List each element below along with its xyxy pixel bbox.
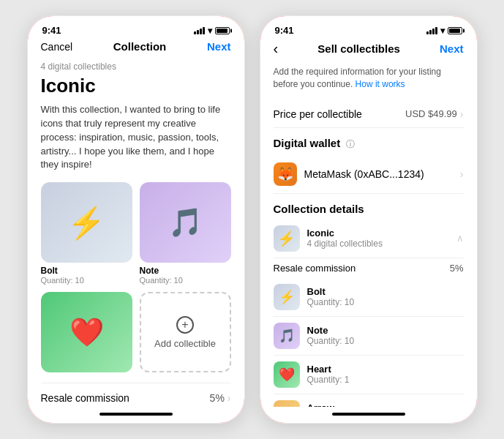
bolt-name: Bolt [41,266,132,276]
signal-icon-right [426,27,437,34]
status-bar-right: 9:41 ▾ [262,18,475,39]
item-icon: ➤ [274,400,300,407]
wifi-icon: ▾ [208,26,212,36]
resale-label: Resale commission [41,392,129,404]
item-name: Heart [307,364,464,375]
next-button-left[interactable]: Next [207,40,231,53]
list-item: ⚡ Bolt Quantity: 10 [274,278,464,317]
next-button-right[interactable]: Next [440,42,464,55]
price-label: Price per collectible [274,108,362,120]
collection-qty: 4 digital collectibles [307,239,449,249]
item-info: Note Quantity: 10 [307,325,464,346]
bolt-qty: Quantity: 10 [41,276,132,285]
list-item: 🎵 Note Quantity: 10 [140,182,231,285]
add-collectible-button[interactable]: + Add collectible [140,292,231,372]
status-bar-left: 9:41 ▾ [29,18,243,39]
collectibles-grid: ⚡ Bolt Quantity: 10 🎵 Note Quantity: 10 [41,182,231,372]
wifi-icon-right: ▾ [440,26,445,36]
list-item: ⚡ Bolt Quantity: 10 [41,182,132,285]
cancel-button[interactable]: Cancel [41,41,73,53]
resale-commission-label: Resale commission [274,263,356,274]
resale-commission-row: Resale commission 5% [274,258,464,278]
nav-bar-left: Cancel Collection Next [29,39,243,59]
bolt-image: ⚡ [41,182,132,263]
item-icon: ❤️ [274,361,300,388]
time-left: 9:41 [42,25,61,36]
heart-image: ❤️ [41,292,132,372]
item-icon: 🎵 [274,323,300,349]
item-name: Note [307,325,464,336]
price-value: USD $49.99 › [405,108,464,120]
content-right: Add the required information for your li… [262,63,475,407]
right-phone: 9:41 ▾ ‹ Sell collectible [259,15,478,424]
item-qty: Quantity: 10 [307,297,464,307]
collection-name: Iconic [307,228,449,239]
signal-icon [194,27,205,34]
metamask-icon: 🦊 [274,162,297,186]
note-qty: Quantity: 10 [140,276,231,285]
collectible-heart[interactable]: ❤️ [41,292,132,372]
description-text: With this collection, I wanted to bring … [41,103,231,172]
note-name: Note [140,266,231,276]
collection-icon: ⚡ [274,225,300,252]
battery-icon [215,27,230,34]
time-right: 9:41 [275,25,294,36]
how-it-works-link[interactable]: How it works [356,79,405,89]
price-row[interactable]: Price per collectible USD $49.99 › [274,101,464,128]
subtitle-left: 4 digital collectibles [41,61,231,72]
status-icons-left: ▾ [194,26,230,36]
collectible-note[interactable]: 🎵 [140,182,231,263]
add-icon: + [176,316,194,334]
back-button[interactable]: ‹ [274,40,279,57]
content-left: 4 digital collectibles Iconic With this … [29,59,243,407]
list-item: 🎵 Note Quantity: 10 [274,317,464,356]
item-info: Bolt Quantity: 10 [307,286,464,307]
left-phone: 9:41 ▾ Cancel Collection [26,15,246,424]
list-item: ➤ Arrow Quantity: 10 [274,394,464,407]
page-title-left: Collection [113,40,167,53]
chevron-price-icon: › [460,108,464,120]
items-list: ⚡ Bolt Quantity: 10 🎵 Note Quantity: 10 … [274,278,464,407]
resale-commission-value: 5% [450,263,464,274]
home-indicator-left [29,407,243,421]
home-bar-right [332,413,405,416]
item-qty: Quantity: 10 [307,336,464,346]
collectible-bolt[interactable]: ⚡ [41,182,132,263]
chevron-right-icon: › [227,392,231,404]
wallet-name: MetaMask (0xABC...1234) [304,168,453,180]
resale-row[interactable]: Resale commission 5% › [41,383,231,407]
wallet-row[interactable]: 🦊 MetaMask (0xABC...1234) › [274,155,464,194]
item-qty: Quantity: 1 [307,375,464,385]
collection-title: Iconic [41,75,231,97]
item-name: Bolt [307,286,464,297]
item-icon: ⚡ [274,284,300,310]
resale-value: 5% › [210,392,231,404]
collection-row[interactable]: ⚡ Iconic 4 digital collectibles ∧ [274,220,464,258]
page-title-right: Sell collectibles [317,42,400,55]
left-phone-inner: 9:41 ▾ Cancel Collection [29,18,243,421]
add-label: Add collectible [154,338,216,349]
note-image: 🎵 [140,182,231,263]
digital-wallet-heading: Digital wallet ⓘ [274,137,464,151]
nav-bar-right: ‹ Sell collectibles Next [262,39,475,63]
collection-details-heading: Collection details [274,203,464,215]
resale-percent: 5% [210,392,225,404]
list-item: ❤️ [41,292,132,372]
chevron-wallet-icon: › [460,168,464,180]
home-indicator-right [262,407,475,421]
phones-container: 9:41 ▾ Cancel Collection [26,15,478,424]
collection-info: Iconic 4 digital collectibles [307,228,449,249]
status-icons-right: ▾ [426,26,462,36]
list-item: ❤️ Heart Quantity: 1 [274,356,464,394]
info-text: Add the required information for your li… [274,66,464,91]
caret-up-icon: ∧ [456,233,464,244]
battery-icon-right [448,27,462,34]
info-icon: ⓘ [346,139,355,149]
item-info: Heart Quantity: 1 [307,364,464,385]
right-phone-inner: 9:41 ▾ ‹ Sell collectible [262,18,475,421]
home-bar-left [99,413,173,416]
